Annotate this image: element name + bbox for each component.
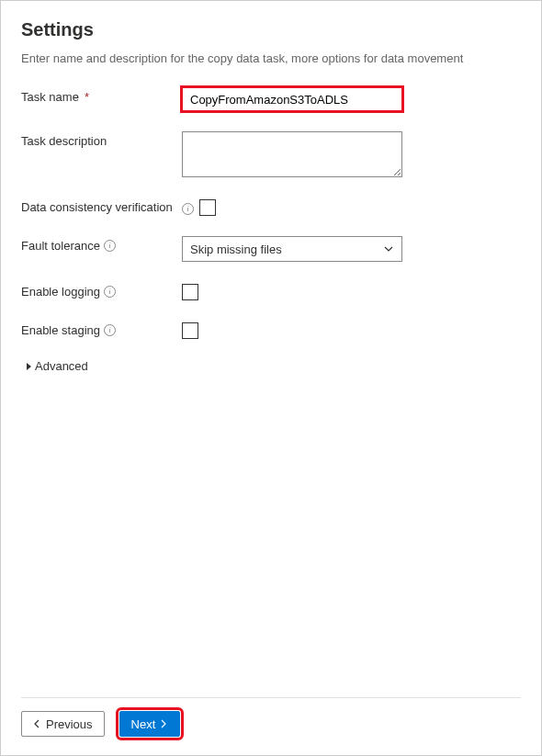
enable-logging-row: Enable logging i [21,282,521,300]
enable-staging-checkbox[interactable] [182,322,198,339]
info-icon[interactable]: i [104,324,116,336]
enable-logging-label: Enable logging i [21,282,182,299]
fault-tolerance-select[interactable]: Skip missing files [182,236,402,262]
data-consistency-label: Data consistency verification [21,197,182,214]
task-name-input[interactable] [182,87,402,111]
caret-right-icon [27,363,31,370]
settings-panel: Settings Enter name and description for … [0,0,542,756]
task-name-label: Task name* [21,87,182,104]
chevron-left-icon [33,719,42,728]
chevron-right-icon [159,719,168,728]
required-mark: * [85,90,89,104]
advanced-toggle[interactable]: Advanced [21,359,521,373]
enable-logging-checkbox[interactable] [182,284,198,300]
task-description-row: Task description [21,131,521,177]
enable-staging-label: Enable staging i [21,321,182,337]
fault-tolerance-label: Fault tolerance i [21,236,182,253]
task-description-input[interactable] [182,131,402,177]
page-title: Settings [21,19,521,40]
enable-staging-row: Enable staging i [21,321,521,339]
previous-button[interactable]: Previous [21,711,105,737]
task-name-row: Task name* [21,87,521,111]
info-icon[interactable]: i [182,203,194,215]
data-consistency-checkbox[interactable] [199,199,216,216]
data-consistency-row: Data consistency verification i [21,197,521,216]
footer-bar: Previous Next [21,697,521,737]
page-subtitle: Enter name and description for the copy … [21,51,521,65]
fault-tolerance-row: Fault tolerance i Skip missing files [21,236,521,262]
info-icon[interactable]: i [104,286,116,298]
next-button[interactable]: Next [119,711,181,737]
chevron-down-icon [383,243,394,254]
fault-tolerance-value: Skip missing files [190,243,282,256]
info-icon[interactable]: i [104,240,116,252]
task-description-label: Task description [21,131,182,148]
advanced-label: Advanced [35,359,88,373]
settings-form: Task name* Task description Data consist… [21,87,521,697]
